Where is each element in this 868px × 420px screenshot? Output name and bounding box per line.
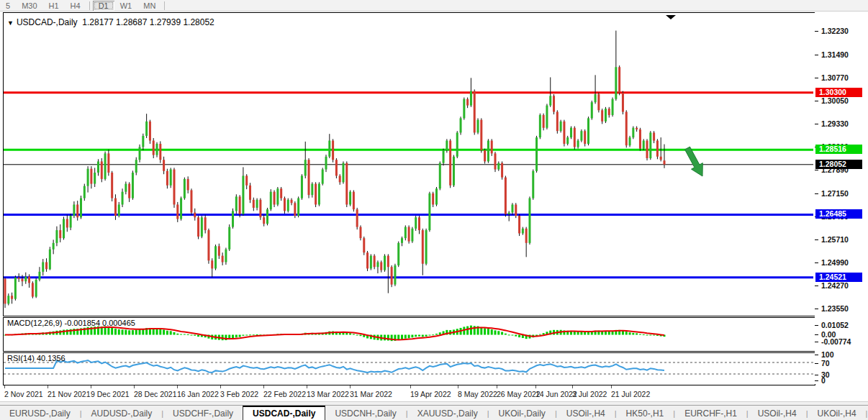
candlestick-canvas[interactable] xyxy=(4,13,813,314)
chart-tab-usdcaddaily[interactable]: USDCAD-,Daily xyxy=(243,406,325,420)
candle-body xyxy=(80,198,82,218)
candle-body xyxy=(601,110,603,122)
timeframe-button-h4[interactable]: H4 xyxy=(65,1,86,11)
macd-histogram-bar xyxy=(639,334,641,334)
candle-body xyxy=(356,209,358,227)
candle-body xyxy=(384,256,386,270)
timeframe-button-mn[interactable]: MN xyxy=(137,1,161,11)
candle-body xyxy=(532,171,534,198)
candle-body xyxy=(125,184,127,192)
candle-body xyxy=(480,120,482,150)
chart-tab-ukoildaily[interactable]: UKOil-,Daily xyxy=(489,406,555,420)
price-tick-mark xyxy=(815,101,818,101)
candle-body xyxy=(595,94,597,102)
candle-body xyxy=(322,170,324,184)
price-tick-label: 1.30050 xyxy=(821,96,849,105)
macd-histogram-bar xyxy=(163,329,165,334)
timeframe-button-w1[interactable]: W1 xyxy=(114,1,138,11)
candle-body xyxy=(563,122,565,144)
chart-tab-usoilh4[interactable]: USOil-,H4 xyxy=(749,406,806,420)
chart-tab-usdchfdaily[interactable]: USDCHF-,Daily xyxy=(163,406,243,420)
candle-body xyxy=(566,137,569,144)
candle-body xyxy=(625,112,628,146)
candle-body xyxy=(608,109,610,115)
candle-body xyxy=(270,192,272,209)
price-chart-panel[interactable] xyxy=(3,12,815,316)
date-label: 3 Feb 2022 xyxy=(220,390,258,398)
chart-tab-audusddaily[interactable]: AUDUSD-,Daily xyxy=(82,406,162,420)
candle-body xyxy=(101,161,103,178)
candle-body xyxy=(570,128,572,137)
macd-histogram-bar xyxy=(128,330,130,334)
candle-body xyxy=(591,102,593,118)
macd-histogram-bar xyxy=(197,335,199,337)
macd-histogram-bar xyxy=(349,333,351,334)
price-line-badge: 1.24521 xyxy=(815,273,862,282)
candle-body xyxy=(21,279,23,282)
chart-tab-usoilh4[interactable]: USOil-,H4 xyxy=(557,406,615,420)
date-label: 22 Feb 2022 xyxy=(263,390,306,398)
candle-body xyxy=(114,198,117,216)
price-tick-label: 1.30770 xyxy=(821,73,849,82)
chart-tab-xauusddaily[interactable]: XAUUSD-,Daily xyxy=(408,406,487,420)
date-label: 13 Mar 2022 xyxy=(307,390,349,398)
candle-body xyxy=(332,141,334,160)
candle-body xyxy=(266,209,268,224)
candle-body xyxy=(387,256,389,268)
chart-tab-ukoilh4[interactable]: UKOil-,H4 xyxy=(808,406,866,420)
date-tick-mark xyxy=(177,385,178,388)
macd-histogram-bar xyxy=(156,329,158,335)
macd-histogram-bar xyxy=(632,333,634,335)
candle-body xyxy=(94,173,96,184)
rsi-indicator-panel[interactable] xyxy=(3,352,815,385)
macd-histogram-bar xyxy=(480,327,482,335)
candle-body xyxy=(242,175,244,214)
candle-body xyxy=(505,178,507,214)
macd-histogram-bar xyxy=(432,334,434,335)
macd-histogram-bar xyxy=(491,329,493,335)
candle-body xyxy=(543,115,545,128)
candle-body xyxy=(553,96,555,111)
candle-body xyxy=(353,192,355,209)
candle-body xyxy=(501,163,503,178)
date-axis[interactable]: 2 Nov 202121 Nov 20219 Dec 202128 Dec 20… xyxy=(3,385,868,401)
candle-body xyxy=(273,192,276,205)
timeframe-button-d1[interactable]: D1 xyxy=(93,1,114,11)
chart-tab-hk50h1[interactable]: HK50-,H1 xyxy=(617,406,674,420)
macd-histogram-bar xyxy=(422,335,424,337)
macd-histogram-bar xyxy=(625,332,628,334)
candle-body xyxy=(376,262,379,268)
price-tick-mark xyxy=(815,262,818,263)
candle-body xyxy=(449,141,451,186)
candle-body xyxy=(90,169,92,184)
timeframe-button-5[interactable]: 5 xyxy=(0,1,16,11)
date-label: 26 May 2022 xyxy=(497,390,541,398)
timeframe-button-m30[interactable]: M30 xyxy=(16,1,42,11)
candle-body xyxy=(401,238,403,243)
macd-label: MACD(12,26,9) -0.001854 0.000465 xyxy=(7,319,135,327)
macd-histogram-bar xyxy=(629,332,631,334)
timeframe-button-h1[interactable]: H1 xyxy=(43,1,65,11)
candle-body xyxy=(345,163,348,205)
candle-body xyxy=(38,272,40,280)
candle-body xyxy=(53,243,55,250)
chart-tab-usdcnhdaily[interactable]: USDCNH-,Daily xyxy=(325,406,405,420)
macd-histogram-bar xyxy=(135,330,137,335)
candle-body xyxy=(35,280,37,297)
date-tick-mark xyxy=(307,385,307,388)
price-tick-label: 1.32230 xyxy=(821,27,849,35)
price-axis[interactable]: 1.322301.314901.307701.300501.293301.286… xyxy=(815,12,868,384)
chart-tab-eurchfh1[interactable]: EURCHF-,H1 xyxy=(675,406,746,420)
candle-body xyxy=(518,216,520,233)
date-label: 2 Nov 2021 xyxy=(4,390,43,398)
candle-body xyxy=(508,213,510,214)
candle-body xyxy=(76,204,78,217)
chart-shift-marker-icon[interactable] xyxy=(666,15,676,19)
rsi-tick-mark xyxy=(815,375,818,375)
macd-histogram-bar xyxy=(497,331,499,334)
date-label: 3 Jul 2022 xyxy=(572,390,607,398)
candle-body xyxy=(491,141,493,154)
candle-body xyxy=(522,229,524,234)
price-line-badge: 1.28052 xyxy=(815,160,862,169)
chart-tab-eurusddaily[interactable]: EURUSD-,Daily xyxy=(0,406,80,420)
